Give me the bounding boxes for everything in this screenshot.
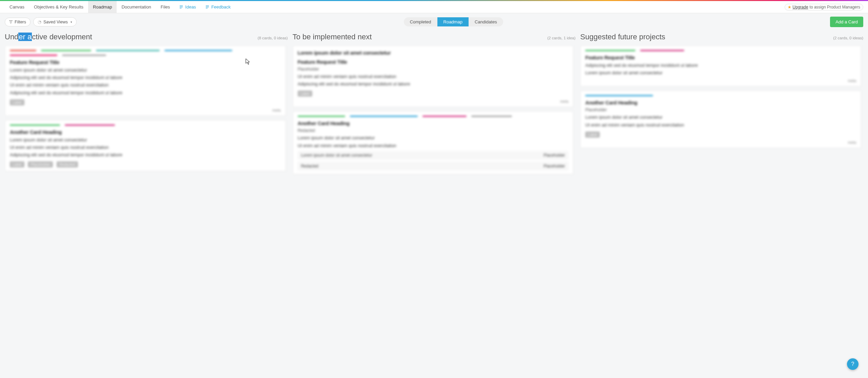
nav-tabs: Canvas Objectives & Key Results Roadmap … (5, 1, 235, 13)
column-title[interactable]: Suggested future projects (580, 33, 665, 41)
column-title-post: ctive development (32, 33, 92, 41)
card-chip: Label (10, 99, 24, 105)
card-text: Ut enim ad minim veniam quis nostrud exe… (10, 144, 281, 151)
card-text: Lorem ipsum dolor sit amet consectetur (298, 135, 569, 141)
column-body[interactable]: Feature Request Title Adipiscing elit se… (580, 45, 863, 366)
filters-button[interactable]: Filters (5, 18, 31, 26)
card-chip: Redacted (57, 161, 78, 167)
column-title-highlight: er a (18, 33, 32, 41)
segment-candidates[interactable]: Candidates (469, 17, 503, 26)
help-button[interactable]: ? (847, 358, 859, 370)
column-future: Suggested future projects (2 cards, 0 id… (580, 31, 863, 366)
saved-views-icon: ◔ (38, 19, 41, 24)
card-footer: meta (585, 79, 856, 83)
main-nav: Canvas Objectives & Key Results Roadmap … (0, 1, 868, 13)
card-text: Ut enim ad minim veniam quis nostrud exe… (10, 82, 281, 88)
star-icon: ★ (788, 5, 791, 9)
card-text: Adipiscing elit sed do eiusmod tempor in… (10, 90, 281, 96)
tab-ideas-label: Ideas (185, 4, 196, 9)
filters-label: Filters (15, 20, 26, 24)
card-text: Lorem ipsum dolor sit amet consectetur (10, 137, 281, 143)
card-title: Lorem ipsum dolor sit amet consectetur (298, 50, 569, 56)
card-text: Adipiscing elit sed do eiusmod tempor in… (10, 152, 281, 158)
card-footer: meta (298, 99, 569, 103)
board: Under active development (8 cards, 0 ide… (0, 31, 868, 371)
card-subtask: RedactedPlaceholder (298, 162, 569, 171)
card-text: Lorem ipsum dolor sit amet consectetur (10, 67, 281, 73)
card-subtitle: Feature Request Title (298, 59, 569, 65)
column-active-dev: Under active development (8 cards, 0 ide… (5, 31, 288, 366)
tab-canvas[interactable]: Canvas (5, 1, 29, 13)
saved-views-label: Saved Views (43, 20, 68, 24)
card-meta: Placeholder (298, 67, 569, 72)
card-meta: Placeholder (585, 107, 856, 112)
card-title: Feature Request Title (10, 59, 281, 65)
tab-files[interactable]: Files (156, 1, 175, 13)
roadmap-card[interactable]: Another Card Heading Placeholder Lorem i… (580, 91, 861, 148)
card-subtask: Lorem ipsum dolor sit amet consecteturPl… (298, 151, 569, 160)
upgrade-link: Upgrade (793, 5, 808, 9)
saved-views-button[interactable]: ◔ Saved Views ▾ (33, 17, 77, 26)
roadmap-card[interactable]: Lorem ipsum dolor sit amet consectetur F… (293, 45, 574, 107)
add-card-button[interactable]: Add a Card (830, 17, 863, 27)
card-text: Adipiscing elit sed do eiusmod tempor in… (298, 81, 569, 87)
roadmap-card[interactable]: Feature Request Title Lorem ipsum dolor … (5, 45, 286, 116)
card-text: Ut enim ad minim veniam quis nostrud exe… (298, 143, 569, 149)
tab-roadmap[interactable]: Roadmap (88, 1, 117, 13)
filter-icon (9, 20, 13, 24)
column-header: Under active development (8 cards, 0 ide… (5, 31, 288, 45)
card-title: Another Card Heading (298, 120, 569, 126)
tab-feedback[interactable]: Feedback (201, 1, 235, 13)
column-count: (2 cards, 1 idea) (547, 36, 575, 40)
card-meta: Redacted (298, 128, 569, 133)
card-chip: Label (585, 132, 600, 138)
card-text: Lorem ipsum dolor sit amet consectetur (585, 114, 856, 120)
card-text: Lorem ipsum dolor sit amet consectetur (585, 70, 856, 76)
column-title-pre: Und (5, 33, 18, 41)
column-title[interactable]: To be implemented next (293, 33, 372, 41)
card-title: Another Card Heading (585, 100, 856, 105)
column-body[interactable]: Lorem ipsum dolor sit amet consectetur F… (293, 45, 576, 366)
card-chip: Label (10, 161, 24, 167)
feedback-icon (205, 5, 209, 9)
card-chip: Placeholder (28, 161, 53, 167)
ideas-icon (179, 5, 183, 9)
tab-documentation[interactable]: Documentation (117, 1, 156, 13)
card-title: Feature Request Title (585, 55, 856, 60)
segment-roadmap[interactable]: Roadmap (437, 17, 469, 26)
roadmap-card[interactable]: Feature Request Title Adipiscing elit se… (580, 45, 861, 86)
toolbar: Filters ◔ Saved Views ▾ Completed Roadma… (0, 13, 868, 31)
tab-ideas[interactable]: Ideas (175, 1, 201, 13)
roadmap-card[interactable]: Another Card Heading Redacted Lorem ipsu… (293, 111, 574, 174)
column-title[interactable]: Under active development (5, 33, 92, 41)
card-footer: meta (585, 140, 856, 144)
card-title: Another Card Heading (10, 129, 281, 135)
view-segment: Completed Roadmap Candidates (404, 17, 503, 26)
column-count: (2 cards, 0 ideas) (833, 36, 863, 40)
column-next: To be implemented next (2 cards, 1 idea)… (293, 31, 576, 366)
column-header: Suggested future projects (2 cards, 0 id… (580, 31, 863, 45)
column-header: To be implemented next (2 cards, 1 idea) (293, 31, 576, 45)
card-text: Ut enim ad minim veniam quis nostrud exe… (585, 122, 856, 128)
tab-feedback-label: Feedback (211, 4, 231, 9)
tab-okr[interactable]: Objectives & Key Results (29, 1, 88, 13)
column-body[interactable]: Feature Request Title Lorem ipsum dolor … (5, 45, 288, 366)
card-footer: meta (10, 108, 281, 112)
segment-completed[interactable]: Completed (404, 17, 437, 26)
upgrade-tail: to assign Product Managers (810, 5, 860, 9)
card-text: Adipiscing elit sed do eiusmod tempor in… (585, 62, 856, 68)
card-text: Ut enim ad minim veniam quis nostrud exe… (298, 74, 569, 80)
chevron-down-icon: ▾ (71, 20, 72, 24)
card-chip: Label (298, 91, 312, 97)
card-text: Adipiscing elit sed do eiusmod tempor in… (10, 75, 281, 81)
upgrade-pill[interactable]: ★ Upgrade to assign Product Managers (785, 4, 863, 11)
roadmap-card[interactable]: Another Card Heading Lorem ipsum dolor s… (5, 120, 286, 172)
column-count: (8 cards, 0 ideas) (258, 36, 288, 40)
